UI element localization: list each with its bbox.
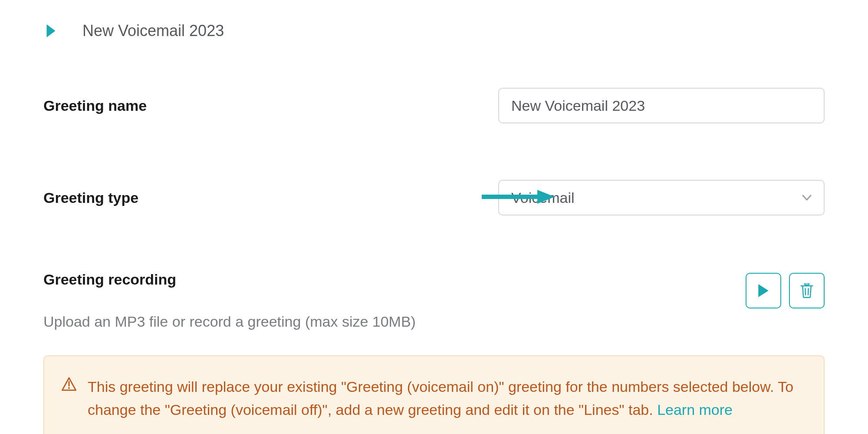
svg-marker-0 (46, 24, 55, 37)
greeting-type-label: Greeting type (43, 189, 138, 206)
greeting-recording-label: Greeting recording (43, 271, 746, 288)
greeting-settings-panel: New Voicemail 2023 Greeting name Greetin… (0, 0, 868, 434)
delete-greeting-button[interactable] (789, 273, 825, 308)
warning-alert: This greeting will replace your existing… (43, 355, 825, 434)
greeting-recording-row: Greeting recording Upload an MP3 file or… (43, 271, 825, 330)
expand-toggle-button[interactable] (43, 23, 58, 38)
greeting-name-row: Greeting name (43, 88, 825, 123)
greeting-recording-actions (746, 271, 825, 308)
svg-line-6 (805, 288, 806, 295)
greeting-type-row: Greeting type Voicemail (43, 180, 825, 215)
greeting-name-label: Greeting name (43, 97, 147, 114)
trash-icon (800, 283, 813, 298)
svg-point-10 (68, 387, 70, 389)
header-row: New Voicemail 2023 (43, 22, 825, 40)
play-icon (758, 284, 769, 297)
warning-alert-text: This greeting will replace your existing… (88, 375, 806, 421)
svg-rect-4 (805, 283, 809, 285)
greeting-recording-help: Upload an MP3 file or record a greeting … (43, 313, 746, 330)
svg-marker-3 (758, 284, 768, 297)
greeting-type-select[interactable]: Voicemail (498, 180, 825, 215)
greeting-name-input[interactable] (498, 88, 825, 123)
svg-line-7 (808, 288, 809, 295)
learn-more-link[interactable]: Learn more (657, 401, 733, 418)
chevron-down-icon (802, 195, 812, 201)
caret-right-icon (46, 24, 56, 37)
warning-triangle-icon (62, 377, 76, 393)
header-title: New Voicemail 2023 (82, 22, 224, 40)
greeting-type-selected-value: Voicemail (511, 189, 575, 206)
play-greeting-button[interactable] (746, 273, 781, 308)
